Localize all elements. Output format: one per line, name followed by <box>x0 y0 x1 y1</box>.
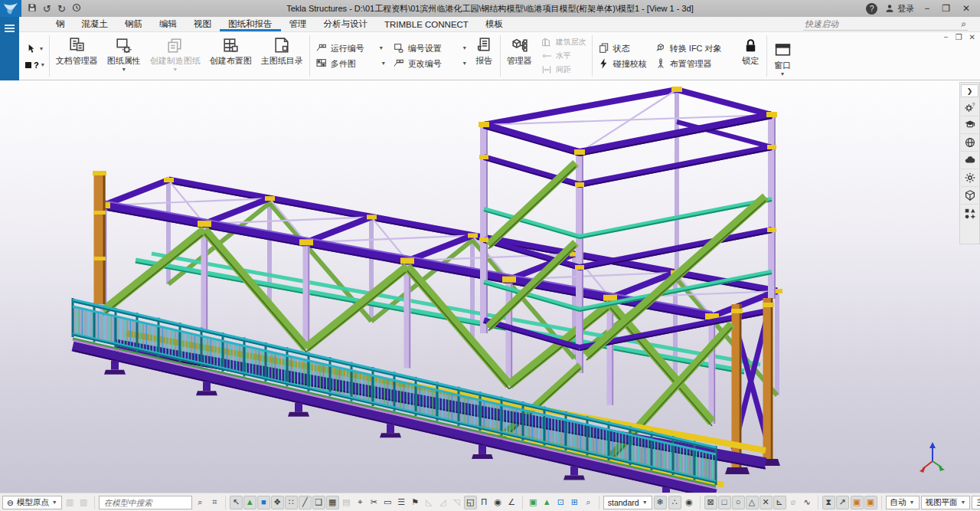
model-search-input[interactable] <box>103 497 188 508</box>
snap-geometry-points[interactable]: □ <box>718 496 731 509</box>
snap-perpendicular[interactable]: ⊾ <box>773 496 786 509</box>
select-filter-surfaces[interactable]: ■ <box>257 496 270 509</box>
view-restore-button[interactable]: ❐ <box>956 33 962 41</box>
menu-analysis-design[interactable]: 分析与设计 <box>315 17 377 31</box>
select-points[interactable]: ∷ <box>285 496 298 509</box>
building-hierarchy-button[interactable]: 建筑层次 <box>541 36 586 48</box>
run-numbering-button[interactable]: 运行编号 ▾ <box>315 42 385 54</box>
snowflake-button[interactable]: ❄ <box>654 496 667 509</box>
quick-launch-input[interactable] <box>803 18 959 29</box>
select-components[interactable]: ❖ <box>271 496 284 509</box>
redo-button[interactable]: ↻ <box>57 4 66 14</box>
select-loads[interactable]: Π <box>478 496 491 509</box>
select-objects[interactable]: ❑ <box>312 496 325 509</box>
select-welds[interactable]: ⌖ <box>354 496 367 509</box>
shapes-catalog-icon[interactable] <box>961 205 978 222</box>
web-globe-icon[interactable] <box>961 134 978 152</box>
model-viewport-3d[interactable]: ❯ <box>0 80 980 493</box>
cloud-icon[interactable] <box>961 152 978 169</box>
select-filter-parts[interactable]: ▲ <box>243 496 256 509</box>
drawing-properties-button[interactable]: 图纸属性 ▾ <box>103 32 145 80</box>
window-button[interactable]: 窗口 ▾ <box>769 37 797 80</box>
snap-plane-any[interactable]: ▣ <box>864 496 877 509</box>
render-parts[interactable]: ▣ <box>527 496 540 509</box>
undo-button[interactable]: ↺ <box>43 4 51 14</box>
collapse-panel-button[interactable]: ❯ <box>961 84 978 97</box>
level-button[interactable]: 水平 <box>541 50 586 62</box>
minimize-button[interactable]: − <box>922 3 932 14</box>
visibility-button[interactable]: ◉ <box>683 496 696 509</box>
snap-relative-coords[interactable]: ↗ <box>836 496 849 509</box>
restore-button[interactable]: ❐ <box>939 3 952 14</box>
search-icon[interactable]: ⌕ <box>959 18 968 29</box>
snap-reference-points[interactable]: ⊠ <box>704 496 717 509</box>
status-button[interactable]: 状态 <box>598 42 647 54</box>
close-button[interactable]: ✕ <box>960 3 972 14</box>
menu-template[interactable]: 模板 <box>477 17 511 31</box>
standard-filter-dropdown[interactable]: standard ▼ <box>603 496 652 509</box>
gear-help-icon[interactable] <box>961 99 978 116</box>
select-lines[interactable]: ╱ <box>299 496 312 509</box>
select-fittings[interactable]: ☰ <box>395 496 408 509</box>
settings-gear-icon[interactable] <box>961 169 978 187</box>
hamburger-menu-icon[interactable] <box>5 25 15 32</box>
warehouse-box-icon[interactable] <box>961 187 978 205</box>
select-cuts[interactable]: ✂ <box>368 496 381 509</box>
inquire-tool-button[interactable]: ? ▾ <box>25 61 44 70</box>
select-rebar-single[interactable]: ◿ <box>436 496 449 509</box>
menu-edit[interactable]: 编辑 <box>151 17 185 31</box>
snap-midpoint[interactable]: △ <box>746 496 759 509</box>
menu-manage[interactable]: 管理 <box>281 17 315 31</box>
history-button[interactable] <box>72 3 81 14</box>
snap-ortho[interactable]: ⧗ <box>822 496 835 509</box>
report-button[interactable]: 报告 <box>470 32 498 80</box>
numbering-settings-button[interactable]: 编号设置 ▾ <box>393 42 466 54</box>
menu-drawings-reports[interactable]: 图纸和报告 <box>220 17 281 31</box>
learning-cap-icon[interactable] <box>961 116 978 134</box>
search-window-button[interactable]: ⌗ <box>208 496 221 509</box>
zoom-window[interactable]: ⌕ <box>582 496 595 509</box>
multi-drawing-button[interactable]: 多件图 ▾ <box>315 57 385 70</box>
change-numbering-button[interactable]: 更改编号 ▾ <box>393 57 466 70</box>
zoom-selected[interactable]: ⊡ <box>554 496 567 509</box>
render-components[interactable]: ▲ <box>541 496 554 509</box>
main-plane-dropdown[interactable]: 主要平面 ▼ <box>972 496 980 509</box>
model-origin-dropdown[interactable]: ⊖ 模型原点 ▼ <box>2 496 62 509</box>
save-button[interactable] <box>28 3 37 14</box>
select-tool-button[interactable]: ▾ <box>25 43 44 55</box>
auto-dropdown[interactable]: 自动 ▼ <box>886 496 920 509</box>
menu-rebar[interactable]: 钢筋 <box>116 17 151 31</box>
view-minimize-button[interactable]: − <box>944 33 949 41</box>
select-rebar-strand[interactable]: ◹ <box>450 496 463 509</box>
spacing-button[interactable]: 间距 <box>541 64 586 76</box>
document-manager-button[interactable]: 文档管理器 <box>51 32 103 80</box>
create-fabrication-drawing-button[interactable]: 创建制造图纸 ▾ <box>145 32 205 80</box>
lock-button[interactable]: 锁定 <box>737 32 765 80</box>
organizer-button[interactable]: 管理器 <box>502 32 537 80</box>
menu-view[interactable]: 视图 <box>185 17 220 31</box>
select-surface-treatment[interactable]: ◱ <box>464 496 477 509</box>
select-rebar-group[interactable]: ◺ <box>423 496 436 509</box>
create-layout-drawing-button[interactable]: 创建布置图 <box>205 32 256 80</box>
menu-concrete[interactable]: 混凝土 <box>74 17 117 31</box>
menu-steel[interactable]: 钢 <box>47 17 74 31</box>
snap-extension[interactable]: ⌀ <box>787 496 800 509</box>
points-display-button[interactable]: ∴ <box>668 496 681 509</box>
work-plane-toggle-b[interactable]: ▥ <box>77 496 90 509</box>
view-close-button[interactable]: ✕ <box>969 33 975 41</box>
select-cursor[interactable]: ↖ <box>230 496 243 509</box>
select-grids[interactable]: ▦ <box>326 496 339 509</box>
help-icon[interactable]: ? <box>866 3 877 15</box>
search-model-button[interactable]: ⌕ <box>194 496 207 509</box>
master-drawing-catalog-button[interactable]: 主图纸目录 <box>256 32 308 80</box>
work-plane-toggle-a[interactable]: ▥ <box>64 496 77 509</box>
select-views[interactable]: ▭ <box>381 496 394 509</box>
view-plane-dropdown[interactable]: 视图平面 ▼ <box>921 496 971 509</box>
menu-trimble-connect[interactable]: TRIMBLE CONNECT <box>376 17 477 31</box>
clash-check-button[interactable]: 碰撞校核 <box>598 57 647 70</box>
snap-intersection[interactable]: ✕ <box>760 496 773 509</box>
snap-center[interactable]: ○ <box>732 496 745 509</box>
zoom-extents[interactable]: ⊞ <box>568 496 581 509</box>
select-grid-lines[interactable]: ▤ <box>340 496 353 509</box>
select-marks[interactable]: ⚑ <box>409 496 422 509</box>
